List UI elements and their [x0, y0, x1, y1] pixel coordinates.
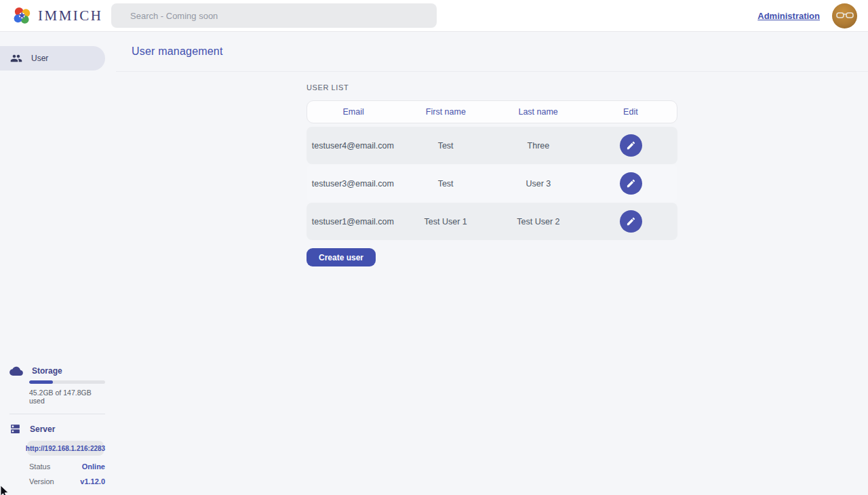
user-last-name: User 3 [492, 179, 585, 189]
user-first-name: Test [399, 179, 492, 189]
create-user-button[interactable]: Create user [307, 248, 376, 266]
server-title: Server [30, 424, 55, 434]
server-version-value: v1.12.0 [80, 477, 105, 486]
pencil-icon [626, 216, 636, 226]
page-header: User management [116, 32, 868, 72]
table-row: testuser1@email.com Test User 1 Test Use… [307, 203, 677, 240]
immich-flower-icon [12, 5, 33, 26]
brand-name: IMMICH [38, 7, 103, 24]
user-first-name: Test User 1 [399, 217, 492, 226]
table-row: testuser3@email.com Test User 3 [307, 165, 677, 202]
storage-progress-bar [29, 380, 105, 384]
main-panel: User management USER LIST Email First na… [116, 32, 868, 495]
user-email: testuser1@email.com [307, 217, 399, 226]
user-email: testuser4@email.com [307, 141, 399, 151]
admin-sidebar: User Storage 45.2GB of 147.8GB used [0, 32, 116, 495]
server-version-label: Version [29, 477, 54, 486]
search-input[interactable] [111, 3, 437, 28]
table-row: testuser4@email.com Test Three [307, 127, 677, 164]
storage-title: Storage [32, 366, 62, 376]
server-url-badge: http://192.168.1.216:2283 [27, 441, 104, 456]
immich-logo[interactable]: IMMICH [12, 5, 111, 26]
user-email: testuser3@email.com [307, 179, 399, 189]
sidebar-divider [9, 414, 105, 414]
column-last-name: Last name [492, 107, 585, 117]
server-section: Server http://192.168.1.216:2283 Status … [0, 423, 116, 486]
edit-user-button[interactable] [620, 172, 642, 195]
storage-usage-text: 45.2GB of 147.8GB used [29, 389, 105, 405]
column-edit: Edit [585, 107, 677, 117]
user-avatar[interactable] [832, 3, 857, 28]
edit-user-button[interactable] [620, 210, 642, 233]
user-last-name: Test User 2 [492, 217, 585, 226]
users-group-icon [10, 52, 22, 64]
server-status-label: Status [29, 462, 50, 471]
page-title: User management [132, 45, 223, 58]
user-first-name: Test [399, 141, 492, 151]
user-table-header: Email First name Last name Edit [307, 100, 677, 123]
sidebar-item-user-label: User [31, 54, 48, 63]
cloud-icon [9, 366, 23, 376]
column-email: Email [307, 107, 399, 117]
sidebar-item-user[interactable]: User [0, 46, 105, 71]
glasses-icon [836, 12, 854, 20]
edit-user-button[interactable] [620, 134, 642, 157]
server-icon [9, 423, 21, 435]
storage-section: Storage 45.2GB of 147.8GB used [0, 366, 116, 405]
pencil-icon [626, 178, 636, 189]
storage-progress-fill [29, 380, 53, 384]
administration-link[interactable]: Administration [757, 11, 820, 21]
column-first-name: First name [399, 107, 492, 117]
pencil-icon [626, 140, 636, 151]
server-status-value: Online [82, 462, 105, 471]
top-bar: IMMICH Administration [0, 0, 868, 32]
user-last-name: Three [492, 141, 585, 151]
user-list-label: USER LIST [307, 83, 677, 92]
